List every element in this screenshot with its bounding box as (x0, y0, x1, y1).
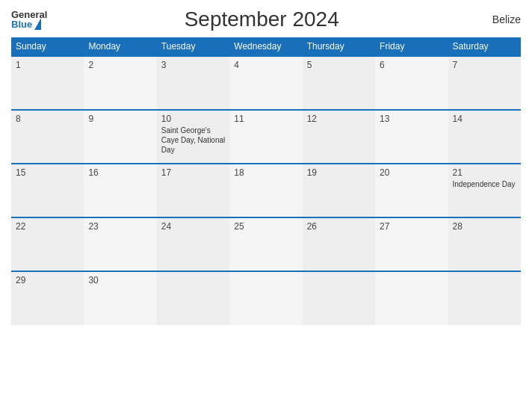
calendar-cell: 27 (375, 217, 448, 271)
day-number: 25 (234, 221, 297, 232)
day-number: 22 (16, 221, 79, 232)
logo: General Blue (11, 10, 47, 30)
calendar-cell (375, 271, 448, 325)
day-number: 23 (88, 221, 152, 232)
day-number: 4 (234, 60, 297, 70)
calendar-week-row: 22232425262728 (11, 217, 521, 271)
day-number: 11 (234, 114, 297, 124)
calendar-cell: 25 (229, 217, 302, 271)
calendar-cell: 30 (84, 271, 156, 325)
day-number: 3 (161, 60, 225, 70)
calendar-week-row: 1234567 (11, 56, 521, 110)
calendar-event: Saint George's Caye Day, National Day (161, 126, 225, 155)
day-number: 16 (88, 167, 152, 178)
calendar-week-row: 8910Saint George's Caye Day, National Da… (11, 110, 521, 164)
calendar-cell: 23 (84, 217, 156, 271)
day-number: 26 (307, 221, 371, 232)
col-wednesday: Wednesday (229, 37, 302, 56)
calendar-cell: 15 (11, 164, 84, 217)
logo-general-text: General (11, 10, 47, 19)
calendar-table: Sunday Monday Tuesday Wednesday Thursday… (11, 37, 521, 325)
col-thursday: Thursday (303, 37, 375, 56)
day-number: 13 (380, 114, 443, 124)
calendar-cell: 16 (84, 164, 156, 217)
calendar-header-row: Sunday Monday Tuesday Wednesday Thursday… (11, 37, 521, 56)
calendar-week-row: 2930 (11, 271, 521, 325)
col-sunday: Sunday (11, 37, 84, 56)
calendar-cell: 4 (229, 56, 302, 110)
page: General Blue September 2024 Belize Sunda… (0, 0, 532, 411)
day-number: 5 (307, 60, 371, 70)
day-number: 24 (161, 221, 225, 232)
calendar-cell (448, 271, 521, 325)
calendar-cell: 7 (448, 56, 521, 110)
calendar-cell: 2 (84, 56, 156, 110)
day-number: 19 (307, 167, 371, 178)
calendar-cell (303, 271, 375, 325)
calendar-cell: 9 (84, 110, 156, 164)
day-number: 6 (380, 60, 443, 70)
calendar-cell: 1 (11, 56, 84, 110)
calendar-cell: 12 (303, 110, 375, 164)
calendar-cell: 18 (229, 164, 302, 217)
day-number: 29 (16, 275, 79, 285)
calendar-cell: 29 (11, 271, 84, 325)
calendar-cell: 28 (448, 217, 521, 271)
day-number: 1 (16, 60, 79, 70)
calendar-cell: 13 (375, 110, 448, 164)
day-number: 30 (88, 275, 152, 285)
day-number: 14 (453, 114, 516, 124)
day-number: 18 (234, 167, 297, 178)
calendar-cell: 19 (303, 164, 375, 217)
calendar-cell: 6 (375, 56, 448, 110)
calendar-cell: 14 (448, 110, 521, 164)
calendar-cell: 21Independence Day (448, 164, 521, 217)
day-number: 8 (16, 114, 79, 124)
calendar-cell: 10Saint George's Caye Day, National Day (157, 110, 229, 164)
col-saturday: Saturday (448, 37, 521, 56)
day-number: 21 (453, 167, 516, 178)
calendar-cell: 17 (157, 164, 229, 217)
day-number: 2 (88, 60, 152, 70)
day-number: 7 (453, 60, 516, 70)
country-label: Belize (476, 13, 521, 25)
calendar-cell: 8 (11, 110, 84, 164)
day-number: 27 (380, 221, 443, 232)
day-number: 28 (453, 221, 516, 232)
calendar-cell (229, 271, 302, 325)
day-number: 9 (88, 114, 152, 124)
calendar-cell: 3 (157, 56, 229, 110)
header: General Blue September 2024 Belize (11, 7, 521, 31)
logo-triangle-icon (34, 18, 41, 30)
day-number: 10 (161, 114, 225, 124)
calendar-cell: 24 (157, 217, 229, 271)
calendar-week-row: 15161718192021Independence Day (11, 164, 521, 217)
calendar-event: Independence Day (453, 179, 516, 189)
day-number: 20 (380, 167, 443, 178)
col-friday: Friday (375, 37, 448, 56)
day-number: 15 (16, 167, 79, 178)
col-tuesday: Tuesday (157, 37, 229, 56)
calendar-cell: 26 (303, 217, 375, 271)
logo-blue-text: Blue (11, 19, 32, 29)
calendar-cell: 11 (229, 110, 302, 164)
day-number: 12 (307, 114, 371, 124)
calendar-cell: 22 (11, 217, 84, 271)
col-monday: Monday (84, 37, 156, 56)
calendar-cell: 20 (375, 164, 448, 217)
calendar-cell: 5 (303, 56, 375, 110)
day-number: 17 (161, 167, 225, 178)
calendar-cell (157, 271, 229, 325)
calendar-title: September 2024 (47, 7, 476, 31)
